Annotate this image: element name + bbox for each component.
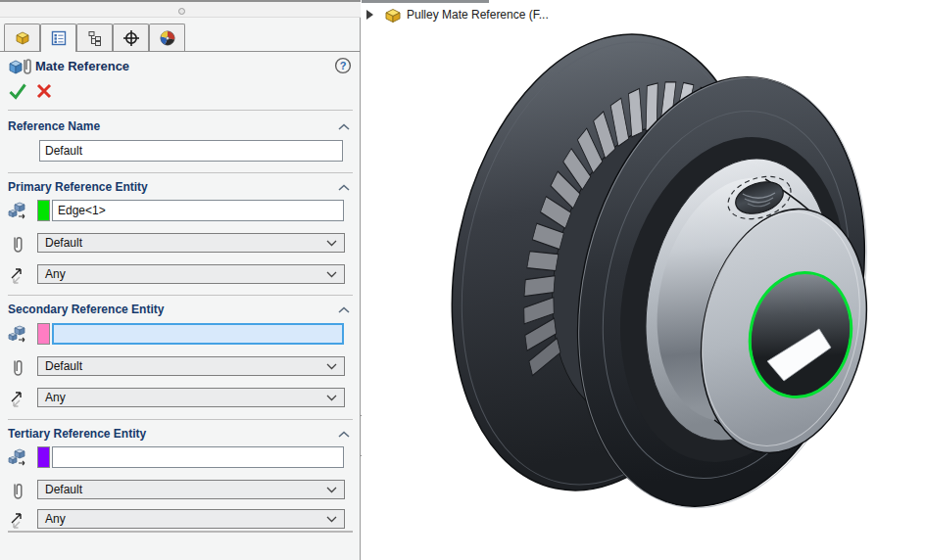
collapse-chevron-icon[interactable] (337, 429, 353, 441)
reference-entity-icon (7, 446, 28, 468)
tab-propertymanager[interactable] (40, 23, 76, 52)
alignment-arrows-icon (7, 265, 28, 287)
featuremanager-tree-icon (14, 29, 31, 47)
cancel-button[interactable] (35, 82, 53, 100)
secondary-type-dropdown[interactable]: Default (37, 356, 345, 376)
divider (8, 110, 353, 111)
paperclip-icon (7, 357, 28, 379)
primary-selection-swatch (37, 200, 50, 221)
secondary-type-value: Default (45, 359, 82, 373)
primary-selection-box[interactable]: Edge<1> (52, 200, 344, 221)
chevron-down-icon (326, 483, 337, 496)
section-label-primary: Primary Reference Entity (8, 180, 148, 194)
dimxpertmanager-icon (122, 29, 140, 47)
help-button[interactable]: ? (334, 57, 352, 74)
secondary-selection-swatch (37, 323, 50, 345)
tertiary-alignment-value: Any (45, 512, 66, 526)
panel-splitter-bar[interactable] (0, 0, 361, 18)
displaymanager-icon (159, 29, 176, 47)
secondary-alignment-value: Any (45, 391, 66, 404)
collapse-chevron-icon[interactable] (337, 304, 353, 316)
tab-displaymanager[interactable] (149, 23, 185, 51)
ok-button[interactable] (8, 81, 27, 101)
solidworks-window: { "property_manager": { "tabs": [ {"icon… (0, 0, 925, 560)
svg-text:?: ? (340, 60, 347, 71)
propertymanager-panel: Mate Reference ? Reference Name Primary … (0, 0, 361, 560)
divider (8, 295, 353, 296)
graphics-viewport[interactable]: Pulley Mate Reference (F... (362, 0, 925, 560)
section-label-tertiary: Tertiary Reference Entity (8, 427, 146, 441)
tab-dimxpertmanager[interactable] (113, 23, 149, 51)
collapse-chevron-icon[interactable] (337, 121, 353, 133)
chevron-down-icon (326, 391, 337, 404)
tree-item-label[interactable]: Pulley Mate Reference (F... (407, 8, 549, 22)
mate-reference-icon (7, 56, 32, 80)
primary-alignment-value: Any (45, 267, 66, 281)
splitter-grip-icon[interactable] (178, 8, 185, 15)
chevron-down-icon (326, 236, 337, 250)
section-label-reference-name: Reference Name (8, 119, 100, 133)
primary-type-value: Default (45, 236, 82, 250)
alignment-arrows-icon (7, 510, 28, 532)
secondary-selection-box[interactable] (52, 323, 344, 345)
tertiary-selection-swatch (37, 446, 50, 468)
chevron-down-icon (326, 359, 337, 373)
pulley-3d-model[interactable] (362, 0, 925, 560)
primary-type-dropdown[interactable]: Default (37, 233, 345, 253)
divider (8, 419, 353, 420)
configurationmanager-icon (86, 29, 104, 47)
tertiary-selection-box[interactable] (52, 446, 344, 468)
panel-title: Mate Reference (35, 59, 129, 73)
manager-tab-bar (0, 23, 361, 52)
divider (8, 531, 353, 533)
chevron-down-icon (326, 267, 337, 281)
divider (8, 172, 353, 173)
tertiary-alignment-dropdown[interactable]: Any (37, 509, 345, 529)
tree-expand-arrow-icon[interactable] (365, 9, 374, 21)
section-label-secondary: Secondary Reference Entity (8, 303, 164, 316)
reference-entity-icon (7, 200, 28, 221)
collapse-chevron-icon[interactable] (337, 182, 353, 194)
paperclip-icon (7, 481, 28, 502)
reference-name-input[interactable] (39, 140, 343, 162)
tertiary-type-dropdown[interactable]: Default (37, 480, 345, 499)
secondary-alignment-dropdown[interactable]: Any (37, 388, 345, 407)
alignment-arrows-icon (7, 389, 28, 410)
tab-featuremanager[interactable] (4, 23, 40, 51)
tab-configurationmanager[interactable] (76, 23, 113, 51)
part-icon[interactable] (382, 6, 402, 23)
chevron-down-icon (326, 512, 337, 526)
propertymanager-icon (50, 29, 68, 47)
primary-alignment-dropdown[interactable]: Any (37, 264, 345, 284)
reference-entity-icon (7, 323, 28, 345)
paperclip-icon (7, 234, 28, 256)
tertiary-type-value: Default (45, 483, 82, 496)
flyout-feature-tree: Pulley Mate Reference (F... (365, 5, 549, 24)
